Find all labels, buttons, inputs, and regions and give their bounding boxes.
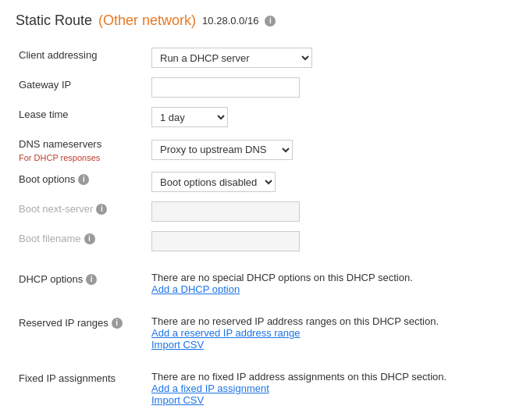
dns-nameservers-label-cell: DNS nameservers For DHCP responses bbox=[16, 132, 148, 167]
lease-time-row: Lease time 1 day 12 hours 6 hours 1 hour… bbox=[16, 102, 507, 132]
reserved-ip-ranges-value-cell: There are no reserved IP address ranges … bbox=[148, 311, 507, 355]
lease-time-label-cell: Lease time bbox=[16, 102, 148, 132]
dns-nameservers-label: DNS nameservers bbox=[19, 138, 101, 150]
fixed-ip-assignments-label-cell: Fixed IP assignments bbox=[16, 366, 148, 411]
boot-next-server-info-icon[interactable]: i bbox=[96, 204, 107, 215]
reserved-ip-ranges-no-data: There are no reserved IP address ranges … bbox=[151, 315, 439, 327]
boot-filename-value-cell bbox=[148, 226, 507, 256]
boot-next-server-value-cell bbox=[148, 197, 507, 226]
title-network-address: 10.28.0.0/16 bbox=[202, 15, 258, 27]
boot-filename-label: Boot filename bbox=[19, 233, 81, 244]
add-fixed-ip-assignment-link[interactable]: Add a fixed IP assignment bbox=[151, 383, 504, 394]
gateway-ip-label: Gateway IP bbox=[19, 79, 71, 91]
reserved-ip-ranges-info-icon[interactable]: i bbox=[112, 318, 123, 329]
boot-filename-row: Boot filename i bbox=[16, 226, 507, 256]
page-title: Static Route (Other network) 10.28.0.0/1… bbox=[16, 12, 507, 29]
boot-next-server-label: Boot next-server bbox=[19, 203, 93, 215]
dns-nameservers-value-cell: Proxy to upstream DNS Use Google's publi… bbox=[148, 132, 507, 167]
lease-time-label: Lease time bbox=[19, 109, 69, 120]
fixed-ip-assignments-label: Fixed IP assignments bbox=[19, 372, 116, 384]
gateway-ip-value-cell bbox=[148, 73, 507, 102]
dhcp-options-label: DHCP options bbox=[19, 273, 83, 285]
boot-next-server-label-cell: Boot next-server i bbox=[16, 197, 148, 226]
dns-nameservers-row: DNS nameservers For DHCP responses Proxy… bbox=[16, 132, 507, 167]
reserved-ip-ranges-label: Reserved IP ranges bbox=[19, 317, 109, 329]
client-addressing-label-cell: Client addressing bbox=[16, 43, 148, 73]
dhcp-options-label-cell: DHCP options i bbox=[16, 267, 148, 300]
title-static-route: Static Route bbox=[16, 12, 92, 29]
boot-options-info-icon[interactable]: i bbox=[78, 174, 89, 185]
dhcp-options-no-data: There are no special DHCP options on thi… bbox=[151, 272, 413, 283]
dns-nameservers-select[interactable]: Proxy to upstream DNS Use Google's publi… bbox=[151, 140, 293, 160]
client-addressing-value-cell: Run a DHCP server Do not respond Return … bbox=[148, 43, 507, 73]
title-network-type: (Other network) bbox=[98, 12, 196, 29]
add-dhcp-option-link[interactable]: Add a DHCP option bbox=[151, 283, 504, 295]
lease-time-select[interactable]: 1 day 12 hours 6 hours 1 hour 30 minutes bbox=[151, 107, 228, 127]
dhcp-options-info-icon[interactable]: i bbox=[86, 274, 97, 285]
import-csv-fixed-link[interactable]: Import CSV bbox=[151, 394, 504, 406]
spacer-2 bbox=[16, 300, 507, 311]
dns-nameservers-sublabel: For DHCP responses bbox=[19, 153, 100, 162]
gateway-ip-input[interactable] bbox=[151, 77, 300, 98]
reserved-ip-ranges-label-cell: Reserved IP ranges i bbox=[16, 311, 148, 355]
gateway-ip-row: Gateway IP bbox=[16, 73, 507, 102]
boot-options-select[interactable]: Boot options disabled Enable boot option… bbox=[151, 172, 276, 192]
client-addressing-row: Client addressing Run a DHCP server Do n… bbox=[16, 43, 507, 73]
boot-filename-label-cell: Boot filename i bbox=[16, 226, 148, 256]
boot-options-value-cell: Boot options disabled Enable boot option… bbox=[148, 167, 507, 197]
fixed-ip-assignments-no-data: There are no fixed IP address assignment… bbox=[151, 371, 447, 383]
reserved-ip-ranges-row: Reserved IP ranges i There are no reserv… bbox=[16, 311, 507, 355]
client-addressing-label: Client addressing bbox=[19, 49, 97, 61]
import-csv-reserved-link[interactable]: Import CSV bbox=[151, 339, 504, 351]
lease-time-value-cell: 1 day 12 hours 6 hours 1 hour 30 minutes bbox=[148, 102, 507, 132]
fixed-ip-assignments-value-cell: There are no fixed IP address assignment… bbox=[148, 366, 507, 411]
form-table: Client addressing Run a DHCP server Do n… bbox=[16, 43, 507, 411]
boot-options-row: Boot options i Boot options disabled Ena… bbox=[16, 167, 507, 197]
boot-options-label: Boot options bbox=[19, 173, 75, 185]
boot-next-server-input[interactable] bbox=[151, 201, 300, 222]
spacer-3 bbox=[16, 355, 507, 366]
gateway-ip-label-cell: Gateway IP bbox=[16, 73, 148, 102]
boot-options-label-cell: Boot options i bbox=[16, 167, 148, 197]
spacer-1 bbox=[16, 256, 507, 267]
add-reserved-ip-range-link[interactable]: Add a reserved IP address range bbox=[151, 327, 504, 339]
title-info-icon[interactable]: i bbox=[265, 16, 276, 27]
fixed-ip-assignments-row: Fixed IP assignments There are no fixed … bbox=[16, 366, 507, 411]
boot-filename-info-icon[interactable]: i bbox=[84, 233, 95, 244]
dhcp-options-value-cell: There are no special DHCP options on thi… bbox=[148, 267, 507, 300]
client-addressing-select[interactable]: Run a DHCP server Do not respond Return … bbox=[151, 48, 312, 68]
boot-next-server-row: Boot next-server i bbox=[16, 197, 507, 226]
dhcp-options-row: DHCP options i There are no special DHCP… bbox=[16, 267, 507, 300]
boot-filename-input[interactable] bbox=[151, 231, 300, 251]
